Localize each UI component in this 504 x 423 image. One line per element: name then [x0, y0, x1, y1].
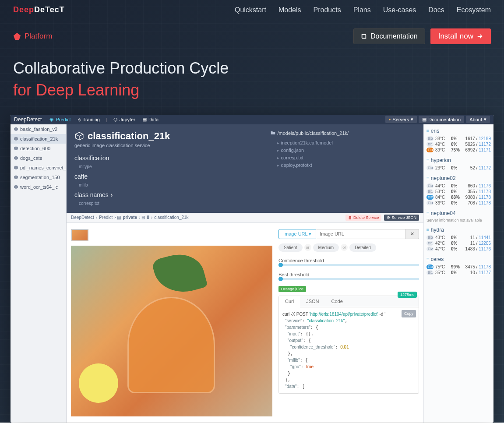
server-gpu-row: ⊟043°C0%11 / 11441 [426, 235, 491, 240]
subheader: Platform Documentation Install now [0, 20, 504, 49]
list-item[interactable]: dogs_cats [11, 153, 66, 163]
tab-jupyter[interactable]: ◎ Jupyter [110, 115, 139, 123]
nav-quickstart[interactable]: Quickstart [235, 6, 266, 14]
server-name[interactable]: eris [426, 128, 491, 134]
pentagon-icon [13, 32, 21, 40]
model-path: /models/public/classification_21k/ [271, 130, 416, 136]
topbar-about[interactable]: About ▾ [466, 116, 490, 123]
file-link[interactable]: inception21k.caffemodel [271, 139, 416, 147]
hero-title: Collaborative Production Cycle for Deep … [0, 49, 504, 115]
nav-plans[interactable]: Plans [353, 6, 371, 14]
servers-dropdown[interactable]: Servers ▾ [385, 116, 417, 123]
list-item[interactable]: detection_600 [11, 144, 66, 153]
documentation-button[interactable]: Documentation [353, 28, 425, 44]
service-title: classification_21k [74, 130, 262, 142]
top-nav: DeepDeTecT Quickstart Models Products Pl… [0, 0, 504, 20]
image-thumbnail[interactable] [71, 229, 88, 241]
list-item[interactable]: word_ocr_ts64_lc [11, 182, 66, 192]
file-link[interactable]: corresp.txt [271, 154, 416, 162]
mode-medium[interactable]: Medium [313, 243, 339, 252]
confidence-label: Confidence threshold [278, 258, 419, 263]
best-threshold-slider[interactable] [278, 278, 419, 280]
server-name[interactable]: neptune04 [426, 210, 491, 216]
clear-url-button[interactable]: ✕ [406, 229, 419, 239]
nav-ecosystem[interactable]: Ecosystem [457, 6, 491, 14]
tab-predict[interactable]: ◉ Predict [46, 115, 74, 123]
mode-salient[interactable]: Salient [278, 243, 303, 252]
server-gpu-row: ⊟389°C75%6992 / 11171 [426, 147, 491, 153]
url-type-select[interactable]: Image URL ▾ [278, 229, 316, 239]
nav-models[interactable]: Models [278, 6, 301, 14]
nav-docs[interactable]: Docs [428, 6, 444, 14]
server-name[interactable]: hyperion [426, 157, 491, 163]
server-gpu-row: ⊟336°C0%708 / 11178 [426, 200, 491, 206]
image-url-input[interactable] [316, 229, 406, 239]
tab-training[interactable]: ⎋ Training [74, 116, 103, 123]
platform-tag: Platform [13, 32, 52, 41]
mode-detailed[interactable]: Detailed [349, 243, 376, 252]
tab-data[interactable]: ▤ Data [139, 115, 162, 123]
model-list: basic_fashion_v2 classification_21k dete… [11, 124, 67, 423]
server-name[interactable]: ceres [426, 256, 491, 262]
best-threshold-label: Best threshold [278, 272, 419, 277]
prediction-image [71, 246, 272, 416]
topbar-documentation[interactable]: ▤ Documentation [419, 116, 464, 123]
server-gpu-row: ⊟153°C0%355 / 11178 [426, 189, 491, 194]
confidence-slider[interactable] [278, 264, 419, 266]
code-panel: 1275ms Curl JSON Code Copycurl -X POST '… [278, 296, 419, 394]
code-body: Copycurl -X POST 'http://eris:18104/api/… [279, 307, 419, 393]
app-brand[interactable]: DeepDetect [14, 116, 42, 123]
server-gpu-row: ⊟023°C0%52 / 11172 [426, 165, 491, 171]
hero-line2: for Deep Learning [13, 81, 139, 99]
server-name[interactable]: neptune02 [426, 175, 491, 181]
server-gpu-row: ⊟075°C99%3475 / 11178 [426, 264, 491, 270]
nav-usecases[interactable]: Use-cases [383, 6, 416, 14]
server-gpu-row: ⊟247°C0%1483 / 11176 [426, 246, 491, 252]
server-gpu-row: ⊟038°C0%1617 / 12189 [426, 136, 491, 141]
servers-panel: eris⊟038°C0%1617 / 12189⊟149°C0%5026 / 1… [423, 124, 493, 423]
server-gpu-row: ⊟142°C0%11 / 12206 [426, 240, 491, 246]
hero-line1: Collaborative Production Cycle [13, 59, 229, 77]
server-gpu-row: ⊟149°C0%5026 / 11172 [426, 141, 491, 147]
cube-icon [74, 131, 84, 141]
nav-products[interactable]: Products [314, 6, 341, 14]
file-link[interactable]: config.json [271, 147, 416, 154]
codetab-curl[interactable]: Curl [279, 296, 300, 307]
book-icon [361, 33, 367, 39]
list-item[interactable]: pdi_names_convnet_we [11, 163, 66, 173]
codetab-json[interactable]: JSON [300, 296, 325, 307]
folder-icon [271, 130, 275, 135]
breadcrumb: DeepDetect › Predict › ▤ private › ⊟ 0 ›… [67, 213, 423, 223]
list-item[interactable]: basic_fashion_v2 [11, 124, 66, 134]
nav-links: Quickstart Models Products Plans Use-cas… [235, 6, 491, 14]
timing-badge: 1275ms [398, 292, 417, 298]
app-topbar: DeepDetect ◉ Predict ⎋ Training | ◎ Jupy… [11, 115, 493, 124]
arrow-right-icon [477, 33, 483, 39]
app-screenshot: DeepDetect ◉ Predict ⎋ Training | ◎ Jupy… [11, 115, 493, 423]
svg-marker-0 [14, 33, 21, 40]
list-item[interactable]: segmentation_150 [11, 173, 66, 182]
install-button[interactable]: Install now [430, 28, 491, 44]
result-tag: Orange juice [278, 286, 306, 292]
server-gpu-row: ⊟284°C88%9380 / 11178 [426, 194, 491, 200]
service-json-button[interactable]: ⚙ Service JSON [384, 215, 419, 221]
server-name[interactable]: hydra [426, 227, 491, 233]
server-gpu-row: ⊟044°C0%660 / 11176 [426, 183, 491, 189]
delete-service-button[interactable]: 🗑 Delete Service [345, 215, 382, 221]
service-header: classification_21k generic image classif… [67, 124, 423, 213]
codetab-code[interactable]: Code [325, 296, 349, 307]
file-link[interactable]: deploy.prototxt [271, 162, 416, 169]
copy-button[interactable]: Copy [402, 310, 416, 318]
logo[interactable]: DeepDeTecT [13, 5, 65, 14]
server-gpu-row: ⊟135°C0%10 / 11177 [426, 270, 491, 275]
list-item[interactable]: classification_21k [11, 134, 66, 144]
